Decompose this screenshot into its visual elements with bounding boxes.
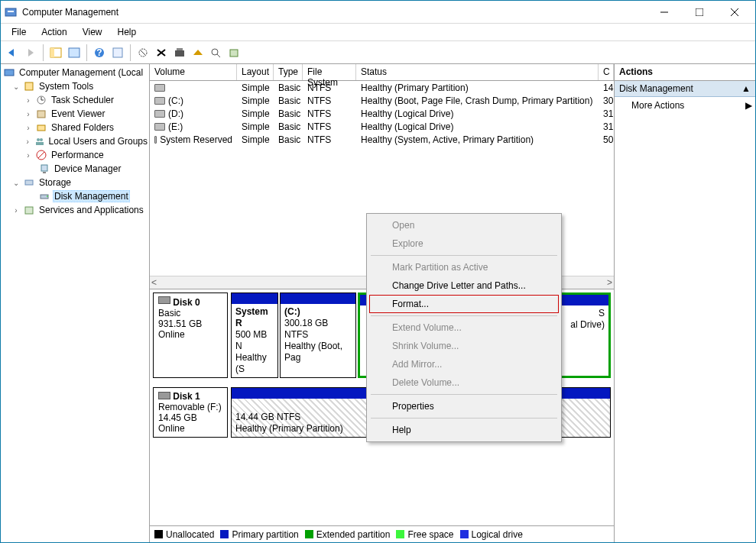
ctx-open[interactable]: Open xyxy=(369,216,559,234)
col-type[interactable]: Type xyxy=(274,64,303,80)
forward-button[interactable] xyxy=(22,44,39,61)
tree-disk-management[interactable]: Disk Management xyxy=(1,189,149,203)
tool-2-icon[interactable] xyxy=(153,44,170,61)
legend-free: Free space xyxy=(407,529,453,540)
disk-1-label[interactable]: Disk 1 Removable (F:) 14.45 GB Online xyxy=(153,387,228,438)
menu-file[interactable]: File xyxy=(5,25,32,39)
ctx-shrink-volume[interactable]: Shrink Volume... xyxy=(369,337,559,355)
tree-system-tools[interactable]: ⌄System Tools xyxy=(1,79,149,93)
close-button[interactable] xyxy=(717,2,752,23)
ctx-delete-volume[interactable]: Delete Volume... xyxy=(369,373,559,392)
col-volume[interactable]: Volume xyxy=(150,64,237,80)
tree-task-scheduler[interactable]: ›Task Scheduler xyxy=(1,93,149,107)
tree-device-manager[interactable]: Device Manager xyxy=(1,162,149,176)
col-layout[interactable]: Layout xyxy=(237,64,274,80)
ctx-format[interactable]: Format... xyxy=(369,295,559,313)
svg-rect-21 xyxy=(5,69,14,76)
svg-rect-33 xyxy=(41,165,47,171)
title-bar: Computer Management xyxy=(1,1,755,24)
svg-rect-27 xyxy=(37,125,45,131)
col-capacity[interactable]: C xyxy=(599,64,614,80)
volume-row[interactable]: (D:)SimpleBasicNTFSHealthy (Logical Driv… xyxy=(150,107,614,120)
svg-rect-26 xyxy=(37,111,45,118)
actions-pane: Actions Disk Management▲ More Actions▶ xyxy=(615,64,755,542)
menu-bar: File Action View Help xyxy=(1,24,755,41)
legend-primary: Primary partition xyxy=(232,529,298,540)
minimize-button[interactable] xyxy=(647,2,682,23)
chevron-right-icon: ▶ xyxy=(745,100,752,111)
tree-root[interactable]: Computer Management (Local xyxy=(1,66,149,79)
tree-local-users[interactable]: ›Local Users and Groups xyxy=(1,134,149,148)
show-hide-tree-button[interactable] xyxy=(47,44,64,61)
ctx-change-drive-letter[interactable]: Change Drive Letter and Paths... xyxy=(369,276,559,295)
tool-3-icon[interactable] xyxy=(171,44,188,61)
col-status[interactable]: Status xyxy=(356,64,599,80)
svg-rect-20 xyxy=(230,50,238,57)
menu-help[interactable]: Help xyxy=(112,25,143,39)
partition-system-reserved[interactable]: System R500 MB NHealthy (S xyxy=(231,293,278,378)
volume-list-header[interactable]: Volume Layout Type File System Status C xyxy=(150,64,614,81)
app-icon xyxy=(4,5,18,19)
svg-rect-38 xyxy=(25,207,33,214)
actions-title: Actions xyxy=(615,64,755,81)
tool-5-icon[interactable] xyxy=(208,44,225,61)
tree-performance[interactable]: ›Performance xyxy=(1,148,149,162)
collapse-icon: ▲ xyxy=(741,83,751,94)
help-button[interactable]: ? xyxy=(91,44,108,61)
volume-row[interactable]: System ReservedSimpleBasicNTFSHealthy (S… xyxy=(150,133,614,146)
partition-c[interactable]: (C:)300.18 GB NTFSHealthy (Boot, Pag xyxy=(280,293,356,378)
menu-action[interactable]: Action xyxy=(35,25,73,39)
legend: Unallocated Primary partition Extended p… xyxy=(150,525,614,542)
back-button[interactable] xyxy=(4,44,21,61)
disk-icon xyxy=(158,296,170,304)
svg-line-13 xyxy=(141,50,145,55)
tool-6-icon[interactable] xyxy=(226,44,243,61)
maximize-button[interactable] xyxy=(682,2,717,23)
ctx-properties[interactable]: Properties xyxy=(369,397,559,415)
svg-rect-34 xyxy=(43,172,46,173)
actions-section[interactable]: Disk Management▲ xyxy=(615,81,755,97)
svg-rect-30 xyxy=(36,142,44,145)
svg-point-18 xyxy=(212,49,218,55)
drive-icon xyxy=(154,84,165,92)
svg-point-29 xyxy=(40,138,43,141)
refresh-icon[interactable] xyxy=(109,44,126,61)
volume-row[interactable]: (E:)SimpleBasicNTFSHealthy (Logical Driv… xyxy=(150,120,614,133)
context-menu: Open Explore Mark Partition as Active Ch… xyxy=(366,213,562,442)
navigation-tree[interactable]: Computer Management (Local ⌄System Tools… xyxy=(1,64,150,542)
drive-icon xyxy=(154,123,165,131)
svg-rect-22 xyxy=(25,82,33,90)
drive-icon xyxy=(154,110,165,118)
tree-storage[interactable]: ⌄Storage xyxy=(1,176,149,189)
drive-icon xyxy=(154,136,157,144)
svg-rect-35 xyxy=(25,180,33,185)
volume-row[interactable]: SimpleBasicNTFSHealthy (Primary Partitio… xyxy=(150,81,614,94)
legend-unallocated: Unallocated xyxy=(166,529,214,540)
tree-event-viewer[interactable]: ›Event Viewer xyxy=(1,107,149,121)
tree-shared-folders[interactable]: ›Shared Folders xyxy=(1,121,149,134)
tree-services[interactable]: ›Services and Applications xyxy=(1,203,149,217)
ctx-explore[interactable]: Explore xyxy=(369,234,559,253)
disk-icon xyxy=(158,392,170,399)
legend-extended: Extended partition xyxy=(316,529,391,540)
actions-more[interactable]: More Actions▶ xyxy=(615,97,755,114)
ctx-extend-volume[interactable]: Extend Volume... xyxy=(369,318,559,337)
properties-button[interactable] xyxy=(66,44,83,61)
svg-rect-3 xyxy=(696,8,703,16)
tool-4-icon[interactable] xyxy=(190,44,206,61)
volume-row[interactable]: (C:)SimpleBasicNTFSHealthy (Boot, Page F… xyxy=(150,94,614,107)
ctx-help[interactable]: Help xyxy=(369,421,559,439)
svg-rect-1 xyxy=(8,11,14,12)
window-title: Computer Management xyxy=(22,7,647,18)
col-filesystem[interactable]: File System xyxy=(303,64,356,80)
toolbar: ? xyxy=(1,41,755,64)
svg-rect-17 xyxy=(177,48,183,50)
ctx-add-mirror[interactable]: Add Mirror... xyxy=(369,355,559,373)
tool-1-icon[interactable] xyxy=(135,44,151,61)
ctx-mark-active[interactable]: Mark Partition as Active xyxy=(369,258,559,276)
disk-0-label[interactable]: Disk 0 Basic 931.51 GB Online xyxy=(153,293,228,378)
svg-rect-16 xyxy=(175,50,184,57)
svg-text:?: ? xyxy=(96,47,102,58)
svg-point-28 xyxy=(37,138,40,141)
menu-view[interactable]: View xyxy=(76,25,109,39)
